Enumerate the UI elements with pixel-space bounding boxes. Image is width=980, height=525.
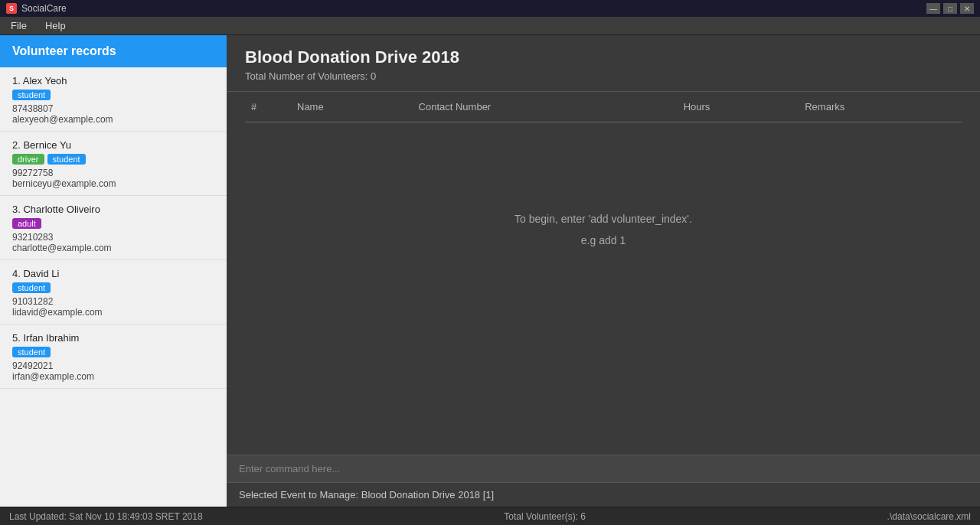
table-header-cell: Contact Number	[413, 92, 678, 122]
event-header: Blood Donation Drive 2018 Total Number o…	[227, 35, 980, 92]
table-head: #NameContact NumberHoursRemarks	[245, 92, 962, 122]
menu-file[interactable]: File	[6, 18, 31, 33]
tag-student: student	[47, 154, 86, 165]
volunteer-email: irfan@example.com	[12, 371, 214, 382]
title-bar: S SocialCare — □ ✕	[0, 0, 980, 17]
volunteer-name: 1. Alex Yeoh	[12, 75, 214, 86]
volunteer-tags: driverstudent	[12, 154, 214, 165]
tag-student: student	[12, 90, 51, 100]
volunteer-phone: 93210283	[12, 232, 214, 243]
menu-bar: File Help	[0, 17, 980, 35]
table-header-cell: Remarks	[799, 92, 962, 122]
table-container: #NameContact NumberHoursRemarks To begin…	[227, 92, 980, 455]
table-header-cell: #	[245, 92, 291, 122]
volunteer-phone: 91031282	[12, 296, 214, 307]
volunteer-item[interactable]: 2. Bernice Yudriverstudent99272758bernic…	[0, 132, 227, 196]
event-subtitle: Total Number of Volunteers: 0	[245, 70, 962, 82]
volunteers-table: #NameContact NumberHoursRemarks	[245, 92, 962, 122]
minimize-button[interactable]: —	[926, 3, 940, 14]
app-icon: S	[6, 3, 17, 14]
table-header-cell: Hours	[678, 92, 799, 122]
total-label: Total Number of Volunteers:	[245, 70, 368, 82]
tag-student: student	[12, 282, 51, 293]
title-bar-controls: — □ ✕	[926, 3, 974, 14]
menu-help[interactable]: Help	[41, 18, 70, 33]
volunteer-email: alexyeoh@example.com	[12, 114, 214, 125]
empty-message: To begin, enter 'add volunteer_index'. e…	[245, 122, 962, 337]
volunteer-phone: 87438807	[12, 103, 214, 114]
volunteer-email: lidavid@example.com	[12, 307, 214, 318]
volunteer-email: charlotte@example.com	[12, 243, 214, 253]
volunteer-phone: 92492021	[12, 360, 214, 371]
table-header-cell: Name	[291, 92, 413, 122]
volunteer-tags: student	[12, 90, 214, 100]
command-output: Selected Event to Manage: Blood Donation…	[227, 483, 980, 507]
status-total-volunteers: Total Volunteer(s): 6	[504, 511, 586, 522]
volunteer-item[interactable]: 1. Alex Yeohstudent87438807alexyeoh@exam…	[0, 67, 227, 132]
volunteer-tags: student	[12, 282, 214, 293]
volunteer-phone: 99272758	[12, 168, 214, 178]
table-header-row: #NameContact NumberHoursRemarks	[245, 92, 962, 122]
command-area: Selected Event to Manage: Blood Donation…	[227, 455, 980, 507]
sidebar-scroll[interactable]: 1. Alex Yeohstudent87438807alexyeoh@exam…	[0, 67, 227, 507]
close-button[interactable]: ✕	[960, 3, 974, 14]
volunteer-name: 4. David Li	[12, 268, 214, 279]
sidebar: Volunteer records 1. Alex Yeohstudent874…	[0, 35, 227, 507]
volunteer-name: 3. Charlotte Oliveiro	[12, 204, 214, 215]
command-input[interactable]	[227, 455, 980, 483]
event-title: Blood Donation Drive 2018	[245, 47, 962, 67]
empty-line2: e.g add 1	[581, 230, 626, 251]
status-last-updated: Last Updated: Sat Nov 10 18:49:03 SRET 2…	[9, 511, 203, 522]
title-bar-left: S SocialCare	[6, 3, 67, 14]
tag-student: student	[12, 347, 51, 357]
volunteer-item[interactable]: 3. Charlotte Oliveiroadult93210283charlo…	[0, 196, 227, 260]
maximize-button[interactable]: □	[943, 3, 957, 14]
app-title: SocialCare	[21, 3, 67, 14]
sidebar-header: Volunteer records	[0, 35, 227, 67]
total-count: 0	[371, 70, 376, 82]
empty-line1: To begin, enter 'add volunteer_index'.	[514, 208, 692, 230]
tag-adult: adult	[12, 218, 41, 229]
tag-driver: driver	[12, 154, 44, 165]
volunteer-item[interactable]: 5. Irfan Ibrahimstudent92492021irfan@exa…	[0, 324, 227, 389]
volunteer-tags: student	[12, 347, 214, 357]
volunteer-name: 5. Irfan Ibrahim	[12, 332, 214, 344]
right-panel: Blood Donation Drive 2018 Total Number o…	[227, 35, 980, 507]
status-bar: Last Updated: Sat Nov 10 18:49:03 SRET 2…	[0, 507, 980, 525]
volunteer-email: berniceyu@example.com	[12, 178, 214, 189]
volunteer-name: 2. Bernice Yu	[12, 139, 214, 151]
status-file-path: .\data\socialcare.xml	[887, 511, 971, 522]
volunteer-tags: adult	[12, 218, 214, 229]
volunteer-item[interactable]: 4. David Listudent91031282lidavid@exampl…	[0, 260, 227, 324]
main-layout: Volunteer records 1. Alex Yeohstudent874…	[0, 35, 980, 507]
